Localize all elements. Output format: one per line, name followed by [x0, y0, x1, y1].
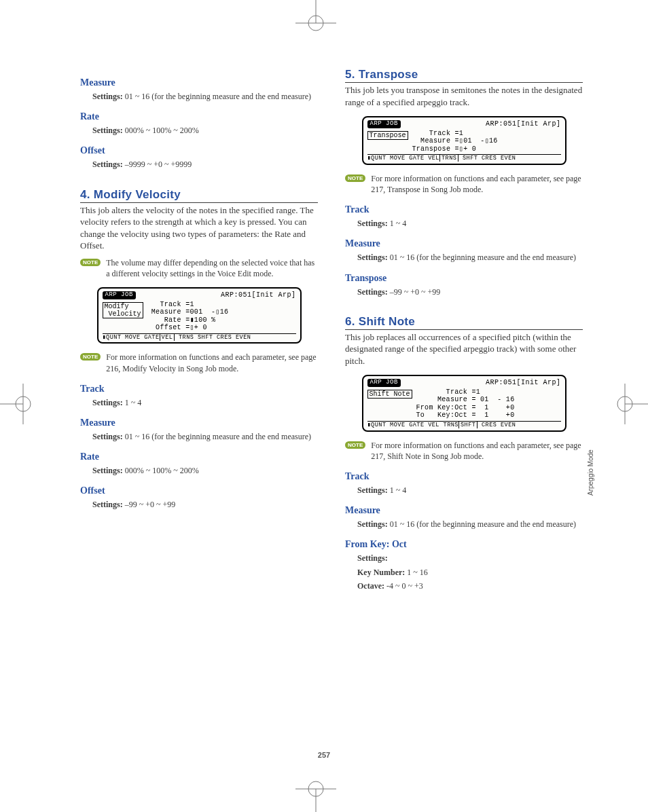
heading-track-5: Track — [345, 204, 583, 215]
section-6-heading: 6. Shift Note — [345, 315, 583, 330]
setting-rate: Settings: 000% ~ 100% ~ 200% — [92, 125, 318, 136]
note-icon: NOTE — [345, 174, 365, 182]
heading-track-6: Track — [345, 471, 583, 482]
lcd-box: Transpose — [367, 131, 408, 140]
lcd-params: Track =1 Measure =▯01 -▯16 Transpose =▯+… — [412, 130, 561, 153]
note-more-info-4: NOTE For more information on functions a… — [80, 352, 318, 373]
note-more-info-6: NOTE For more information on functions a… — [345, 440, 583, 462]
lcd-modify-velocity: ARP JOB ARP:051[Init Arp] Modify Velocit… — [97, 287, 302, 344]
heading-offset-4: Offset — [80, 485, 318, 496]
note-icon: NOTE — [80, 259, 101, 266]
section-6-body: This job replaces all occurrences of a s… — [345, 331, 583, 367]
page-content: Measure Settings: 01 ~ 16 (for the begin… — [80, 68, 583, 594]
left-column: Measure Settings: 01 ~ 16 (for the begin… — [80, 68, 318, 594]
heading-measure: Measure — [80, 77, 318, 88]
heading-track-4: Track — [80, 384, 318, 394]
setting-offset-4: Settings: –99 ~ +0 ~ +99 — [92, 499, 318, 510]
heading-measure-5: Measure — [345, 238, 583, 249]
setting-keynumber: Key Number: 1 ~ 16 — [357, 567, 583, 578]
heading-measure-4: Measure — [80, 418, 318, 428]
setting-measure-5: Settings: 01 ~ 16 (for the beginning mea… — [357, 252, 583, 263]
heading-transpose-5: Transpose — [345, 273, 583, 284]
lcd-header-left: ARP JOB — [367, 379, 401, 387]
section-5-heading: 5. Transpose — [345, 68, 583, 83]
lcd-header-left: ARP JOB — [103, 291, 136, 299]
lcd-header-right: ARP:051[Init Arp] — [486, 120, 561, 128]
lcd-transpose: ARP JOB ARP:051[Init Arp] Transpose Trac… — [362, 116, 566, 165]
lcd-tabs: ▮QUNT MOVE GATE VEL TRNSSHFT CRES EVEN — [367, 421, 561, 429]
setting-octave: Octave: -4 ~ 0 ~ +3 — [357, 580, 583, 591]
lcd-header-left: ARP JOB — [367, 120, 401, 128]
side-label: Arpeggio Mode — [587, 449, 594, 496]
lcd-tabs: ▮QUNT MOVE GATE VELTRNS SHFT CRES EVEN — [367, 154, 561, 162]
heading-rate: Rate — [80, 111, 318, 122]
right-column: 5. Transpose This job lets you transpose… — [345, 68, 583, 594]
heading-fromkey-6: From Key: Oct — [345, 539, 583, 550]
setting-offset: Settings: –9999 ~ +0 ~ +9999 — [92, 159, 318, 170]
note-icon: NOTE — [345, 441, 365, 449]
section-4-heading: 4. Modify Velocity — [80, 188, 318, 203]
setting-track-6: Settings: 1 ~ 4 — [357, 485, 583, 496]
section-5-body: This job lets you transpose in semitones… — [345, 84, 583, 108]
heading-offset: Offset — [80, 145, 318, 156]
section-4-body: This job alters the velocity of the note… — [80, 204, 318, 252]
lcd-shift-note: ARP JOB ARP:051[Init Arp] Shift Note Tra… — [362, 375, 566, 431]
heading-rate-4: Rate — [80, 451, 318, 462]
setting-transpose-5: Settings: –99 ~ +0 ~ +99 — [357, 287, 583, 297]
note-more-info-5: NOTE For more information on functions a… — [345, 173, 583, 195]
lcd-box: Shift Note — [367, 390, 412, 399]
note-icon: NOTE — [80, 353, 101, 361]
note-volume: NOTE The volume may differ depending on … — [80, 257, 318, 279]
setting-track-4: Settings: 1 ~ 4 — [92, 397, 318, 408]
setting-fromkey-label: Settings: — [357, 553, 583, 564]
setting-measure-6: Settings: 01 ~ 16 (for the beginning mea… — [357, 519, 583, 530]
lcd-params: Track =1 Measure = 01 - 16 From Key:Oct … — [416, 388, 561, 420]
heading-measure-6: Measure — [345, 505, 583, 516]
lcd-header-right: ARP:051[Init Arp] — [221, 291, 296, 299]
setting-measure-4: Settings: 01 ~ 16 (for the beginning mea… — [92, 431, 318, 442]
lcd-box: Modify Velocity — [103, 302, 143, 318]
lcd-tabs: ▮QUNT MOVE GATEVEL TRNS SHFT CRES EVEN — [103, 333, 296, 342]
setting-rate-4: Settings: 000% ~ 100% ~ 200% — [92, 465, 318, 476]
lcd-params: Track =1 Measure =001 -▯16 Rate =▮100 % … — [147, 301, 296, 332]
setting-track-5: Settings: 1 ~ 4 — [357, 218, 583, 229]
lcd-header-right: ARP:051[Init Arp] — [486, 379, 561, 387]
setting-measure: Settings: 01 ~ 16 (for the beginning mea… — [92, 91, 318, 102]
page-number: 257 — [0, 751, 648, 759]
